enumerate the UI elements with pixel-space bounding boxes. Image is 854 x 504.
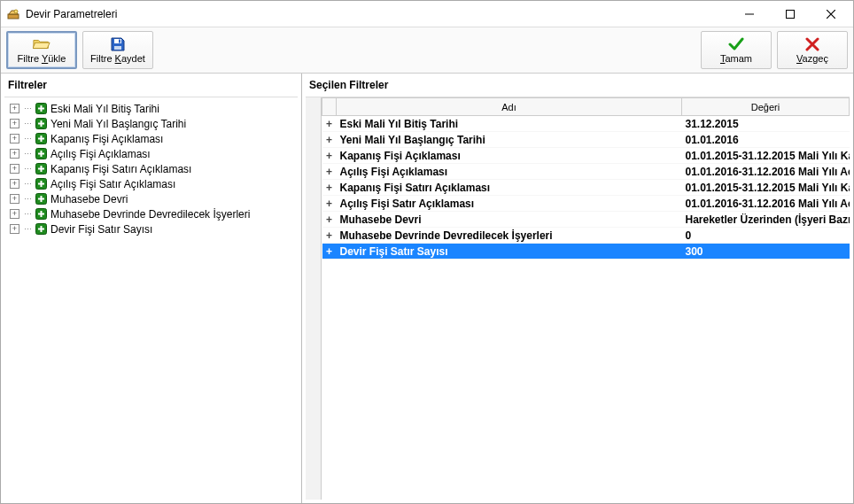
tree-expander-icon[interactable]: +: [10, 224, 19, 234]
grid-gutter: [306, 97, 322, 500]
folder-open-icon: [33, 36, 50, 52]
svg-rect-4: [114, 46, 121, 50]
filter-tree-label: Açılış Fişi Açıklaması: [50, 148, 151, 160]
tree-dots-icon: ⋯: [23, 225, 32, 234]
tree-expander-icon[interactable]: +: [10, 119, 19, 128]
filter-tree-item[interactable]: +⋯Kapanış Fişi Satırı Açıklaması: [8, 161, 294, 176]
titlebar: Devir Parametreleri: [1, 1, 853, 27]
grid-cell-name: Muhasebe Devri: [337, 212, 682, 228]
tree-dots-icon: ⋯: [23, 210, 32, 219]
filters-pane: Filtreler +⋯Eski Mali Yıl Bitiş Tarihi+⋯…: [1, 74, 302, 503]
filters-title: Filtreler: [1, 74, 301, 95]
tree-expander-icon[interactable]: +: [10, 134, 19, 143]
filter-tree-label: Devir Fişi Satır Sayısı: [50, 223, 152, 236]
selected-filters-grid-wrap: Adı Değeri +Eski Mali Yıl Bitiş Tarihi31…: [306, 97, 850, 500]
grid-row[interactable]: +Kapanış Fişi Satırı Açıklaması01.01.201…: [322, 180, 850, 196]
add-filter-icon[interactable]: [35, 178, 47, 190]
svg-rect-0: [8, 14, 19, 19]
filter-tree-label: Muhasebe Devrinde Devredilecek İşyerleri: [50, 208, 250, 221]
grid-cell-value: 31.12.2015: [682, 116, 850, 132]
app-icon: [6, 7, 20, 21]
grid-cell-value: Hareketler Üzerinden (İşyeri Bazında): [682, 212, 850, 228]
grid-row-expander[interactable]: +: [322, 212, 337, 228]
grid-cell-name: Kapanış Fişi Açıklaması: [337, 148, 682, 164]
grid-header-name[interactable]: Adı: [337, 98, 682, 116]
grid-row[interactable]: +Açılış Fişi Açıklaması01.01.2016-31.12.…: [322, 164, 850, 180]
grid-cell-value: 0: [682, 228, 850, 244]
add-filter-icon[interactable]: [35, 148, 47, 159]
selected-filters-grid[interactable]: Adı Değeri +Eski Mali Yıl Bitiş Tarihi31…: [322, 97, 850, 500]
filter-tree-item[interactable]: +⋯Açılış Fişi Açıklaması: [8, 146, 294, 161]
ok-button[interactable]: Tamam: [701, 31, 772, 69]
add-filter-icon[interactable]: [35, 208, 47, 220]
grid-cell-value: 01.01.2016-31.12.2016 Mali Yılı Açılış F…: [682, 196, 850, 212]
grid-row-expander[interactable]: +: [322, 244, 337, 260]
grid-row-expander[interactable]: +: [322, 228, 337, 244]
grid-row[interactable]: +Açılış Fişi Satır Açıklaması01.01.2016-…: [322, 196, 850, 212]
tree-expander-icon[interactable]: +: [10, 104, 19, 113]
grid-row-expander[interactable]: +: [322, 148, 337, 164]
filter-save-label: Filtre Kaydet: [90, 54, 145, 64]
tree-expander-icon[interactable]: +: [10, 149, 19, 159]
filter-tree-item[interactable]: +⋯Yeni Mali Yıl Başlangıç Tarihi: [8, 116, 294, 131]
filter-tree-item[interactable]: +⋯Muhasebe Devrinde Devredilecek İşyerle…: [8, 206, 294, 221]
floppy-save-icon: [109, 36, 127, 52]
filter-tree-label: Kapanış Fişi Açıklaması: [50, 133, 163, 145]
grid-cell-name: Muhasebe Devrinde Devredilecek İşyerleri: [337, 228, 682, 244]
grid-cell-value: 01.01.2015-31.12.2015 Mali Yılı Kapanış …: [682, 148, 850, 164]
tree-expander-icon[interactable]: +: [10, 194, 19, 204]
filter-tree-label: Yeni Mali Yıl Başlangıç Tarihi: [50, 118, 186, 130]
grid-row-expander[interactable]: +: [322, 116, 337, 132]
main: Filtreler +⋯Eski Mali Yıl Bitiş Tarihi+⋯…: [1, 74, 853, 503]
filter-save-button[interactable]: Filtre Kaydet: [82, 31, 153, 69]
tree-expander-icon[interactable]: +: [10, 164, 19, 174]
filter-tree-item[interactable]: +⋯Kapanış Fişi Açıklaması: [8, 131, 294, 146]
grid-cell-value: 01.01.2016: [682, 132, 850, 148]
add-filter-icon[interactable]: [35, 103, 47, 114]
tree-dots-icon: ⋯: [23, 165, 32, 174]
filters-tree[interactable]: +⋯Eski Mali Yıl Bitiş Tarihi+⋯Yeni Mali …: [4, 97, 298, 500]
tree-dots-icon: ⋯: [23, 150, 32, 159]
filter-tree-item[interactable]: +⋯Eski Mali Yıl Bitiş Tarihi: [8, 101, 294, 116]
cancel-label: Vazgeç: [796, 54, 828, 64]
cross-icon: [804, 36, 821, 52]
selected-filters-pane: Seçilen Filtreler Adı Değeri: [302, 74, 853, 503]
close-button[interactable]: [811, 1, 851, 27]
minimize-button[interactable]: [729, 1, 770, 27]
grid-row[interactable]: +Devir Fişi Satır Sayısı300: [322, 244, 850, 260]
toolbar-spacer: [159, 31, 695, 69]
tree-dots-icon: ⋯: [23, 120, 32, 128]
filter-tree-item[interactable]: +⋯Devir Fişi Satır Sayısı: [8, 221, 294, 236]
grid-row-expander[interactable]: +: [322, 196, 337, 212]
filter-tree-label: Açılış Fişi Satır Açıklaması: [50, 178, 175, 190]
tree-dots-icon: ⋯: [23, 105, 32, 113]
grid-cell-name: Devir Fişi Satır Sayısı: [337, 244, 682, 260]
grid-row[interactable]: +Eski Mali Yıl Bitiş Tarihi31.12.2015: [322, 116, 850, 132]
add-filter-icon[interactable]: [35, 118, 47, 129]
filter-tree-item[interactable]: +⋯Muhasebe Devri: [8, 191, 294, 206]
filter-tree-label: Kapanış Fişi Satırı Açıklaması: [50, 163, 191, 175]
add-filter-icon[interactable]: [35, 133, 47, 144]
add-filter-icon[interactable]: [35, 163, 47, 174]
grid-row[interactable]: +Muhasebe Devrinde Devredilecek İşyerler…: [322, 228, 850, 244]
grid-cell-name: Yeni Mali Yıl Başlangıç Tarihi: [337, 132, 682, 148]
grid-row[interactable]: +Muhasebe DevriHareketler Üzerinden (İşy…: [322, 212, 850, 228]
grid-header-value[interactable]: Değeri: [682, 98, 850, 116]
grid-row-expander[interactable]: +: [322, 164, 337, 180]
add-filter-icon[interactable]: [35, 223, 47, 235]
maximize-button[interactable]: [770, 1, 811, 27]
tree-dots-icon: ⋯: [23, 135, 32, 143]
tree-expander-icon[interactable]: +: [10, 179, 19, 189]
add-filter-icon[interactable]: [35, 193, 47, 205]
filter-tree-label: Eski Mali Yıl Bitiş Tarihi: [50, 103, 159, 115]
window-title: Devir Parametreleri: [26, 8, 729, 20]
tree-expander-icon[interactable]: +: [10, 209, 19, 219]
grid-row-expander[interactable]: +: [322, 132, 337, 148]
filter-load-button[interactable]: Filtre Yükle: [6, 31, 77, 69]
cancel-button[interactable]: Vazgeç: [777, 31, 848, 69]
grid-row[interactable]: +Kapanış Fişi Açıklaması01.01.2015-31.12…: [322, 148, 850, 164]
filter-tree-item[interactable]: +⋯Açılış Fişi Satır Açıklaması: [8, 176, 294, 191]
grid-row-expander[interactable]: +: [322, 180, 337, 196]
grid-cell-name: Eski Mali Yıl Bitiş Tarihi: [337, 116, 682, 132]
grid-row[interactable]: +Yeni Mali Yıl Başlangıç Tarihi01.01.201…: [322, 132, 850, 148]
